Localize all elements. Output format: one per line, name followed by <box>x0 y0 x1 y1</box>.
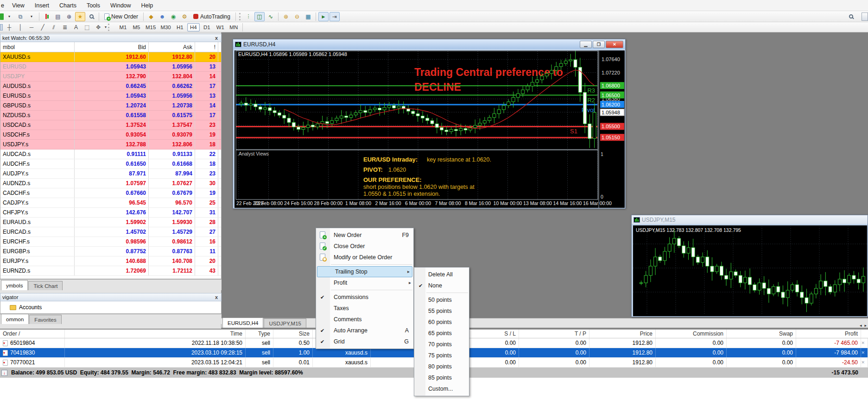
cursor-tool-icon[interactable] <box>0 24 3 31</box>
terminal-col-6[interactable]: T / P <box>519 330 589 338</box>
menu-item-insert[interactable]: Insert <box>30 0 54 11</box>
market-watch-row[interactable]: EURJPY.s140.688140.70820 <box>0 256 221 266</box>
navigator-toggle-icon[interactable]: ⊕ <box>64 12 74 21</box>
order-close-icon[interactable]: ✕ <box>861 358 868 367</box>
market-watch-icon[interactable] <box>42 12 52 21</box>
vertical-line-icon[interactable]: │ <box>15 23 25 32</box>
market-watch-row[interactable]: XAUUSD.s1912.601912.8020 <box>0 52 221 62</box>
strategy-tester-icon[interactable] <box>86 12 96 21</box>
terminal-col-10[interactable]: Profit <box>796 330 861 338</box>
market-watch-row[interactable]: USDCHF.s0.930540.9307919 <box>0 130 221 140</box>
market-watch-row[interactable]: EURGBP.s0.877520.8776311 <box>0 247 221 256</box>
market-watch-row[interactable]: AUDCAD.s0.911110.9113322 <box>0 150 221 159</box>
menu-item-75points[interactable]: 75 points <box>414 350 469 361</box>
market-watch-row[interactable]: CADCHF.s0.676600.6767919 <box>0 188 221 198</box>
menu-item-view[interactable]: View <box>7 0 30 11</box>
tab-ymbols[interactable]: ymbols <box>1 280 28 290</box>
timeframe-mn[interactable]: MN <box>228 23 240 31</box>
menu-item-e[interactable]: e <box>0 0 7 11</box>
menu-item-deleteall[interactable]: Delete All <box>414 269 469 280</box>
new-order-button[interactable]: +New Order <box>101 12 141 21</box>
market-watch-row[interactable]: CHFJPY.s142.676142.70731 <box>0 208 221 218</box>
market-watch-row[interactable]: USDJPY132.790132.80414 <box>0 72 221 81</box>
menu-item-window[interactable]: Window <box>105 0 136 11</box>
profiles-icon[interactable]: ⧉ <box>15 12 25 21</box>
metaeditor-icon[interactable]: ◆ <box>146 12 156 21</box>
expert-advisors-icon[interactable]: ⚙ <box>179 12 190 21</box>
usdjpy-chart-area[interactable]: USDJPY,M15 132.783 132.807 132.708 132.7… <box>633 225 867 316</box>
menu-item-60points[interactable]: 60 points <box>414 317 469 328</box>
bar-chart-type-icon[interactable]: ⫶ <box>243 12 253 21</box>
menu-item-70points[interactable]: 70 points <box>414 339 469 350</box>
signals-icon[interactable]: ◉ <box>168 12 178 21</box>
timeframe-m5[interactable]: M5 <box>130 23 143 31</box>
market-watch-close-icon[interactable]: x <box>214 35 219 41</box>
menu-item-none[interactable]: ✔None <box>414 280 469 291</box>
menu-item-trailingstop[interactable]: Trailing Stop▸ <box>317 266 412 277</box>
timeframe-m1[interactable]: M1 <box>117 23 129 31</box>
candlestick-type-icon[interactable]: ◫ <box>254 12 265 21</box>
terminal-col-2[interactable]: Type <box>246 330 273 338</box>
mql-community-icon[interactable]: ☻ <box>157 12 167 21</box>
tab-scroll-left-icon[interactable]: ◂ <box>858 323 863 328</box>
menu-item-grid[interactable]: ✔GridG <box>316 336 413 347</box>
timeframe-h4[interactable]: H4 <box>187 23 200 31</box>
crosshair-icon[interactable]: ┼ <box>4 23 14 32</box>
mw-col-0[interactable]: mbol <box>0 42 75 52</box>
market-watch-row[interactable]: CADJPY.s96.54596.57025 <box>0 198 221 208</box>
order-close-icon[interactable]: ✕ <box>861 338 868 348</box>
market-watch-row[interactable]: EURUSD1.059431.0595613 <box>0 62 221 72</box>
new-chart-dropdown-icon[interactable]: ▾ <box>4 12 14 21</box>
market-watch-row[interactable]: EURNZD.s1.720691.7211243 <box>0 266 221 276</box>
auto-scroll-icon[interactable]: ▶ <box>318 12 329 21</box>
market-watch-row[interactable]: USDCAD.s1.375241.3754723 <box>0 120 221 130</box>
shapes-icon[interactable]: ✥ <box>93 23 103 32</box>
menu-item-custom[interactable]: Custom... <box>414 383 469 394</box>
menu-item-autoarrange[interactable]: ✔Auto ArrangeA <box>316 325 413 336</box>
autotrading-button[interactable]: AutoTrading <box>190 12 233 21</box>
timeframe-h1[interactable]: H1 <box>174 23 186 31</box>
menu-item-80points[interactable]: 80 points <box>414 361 469 372</box>
mw-col-3[interactable]: ! <box>195 42 218 52</box>
market-watch-row[interactable]: AUDCHF.s0.616500.6166818 <box>0 159 221 169</box>
eurusd-titlebar[interactable]: EURUSD,H4 ▁ ❐ ✕ <box>233 39 625 49</box>
equidistant-channel-icon[interactable]: ⫽ <box>49 23 59 32</box>
terminal-col-7[interactable]: Price <box>589 330 656 338</box>
menu-item-tools[interactable]: Tools <box>82 0 105 11</box>
line-chart-type-icon[interactable]: ∿ <box>266 12 276 21</box>
timeframe-w1[interactable]: W1 <box>214 23 227 31</box>
terminal-col-8[interactable]: Commission <box>656 330 727 338</box>
chart-tab-eurusdh4[interactable]: EURUSD,H4 <box>222 318 263 328</box>
eurusd-chart-area[interactable]: Trading Central preference toDECLINER3R2… <box>234 50 625 208</box>
menu-item-65points[interactable]: 65 points <box>414 328 469 339</box>
market-watch-row[interactable]: EURCHF.s0.985960.9861216 <box>0 237 221 247</box>
market-watch-row[interactable]: AUDJPY.s87.97187.99423 <box>0 169 221 179</box>
market-watch-row[interactable]: AUDNZD.s1.075971.0762730 <box>0 179 221 188</box>
tab-favorites[interactable]: Favorites <box>29 315 61 324</box>
terminal-col-1[interactable]: Time <box>65 330 246 338</box>
market-watch-row[interactable]: NZDUSD.s0.615580.6157517 <box>0 111 221 120</box>
market-watch-row[interactable]: EURCAD.s1.457021.4572927 <box>0 227 221 237</box>
menu-item-closeorder[interactable]: ✓Close Order <box>316 241 413 252</box>
restore-button[interactable]: ❐ <box>593 41 605 48</box>
shapes-dropdown-icon[interactable]: ▾ <box>105 25 107 29</box>
order-close-icon[interactable]: ✕ <box>861 348 868 357</box>
market-watch-row[interactable]: GBPUSD.s1.207241.2073814 <box>0 101 221 111</box>
market-watch-row[interactable]: USDJPY.s132.788132.80618 <box>0 140 221 150</box>
mw-col-2[interactable]: Ask <box>149 42 195 52</box>
mw-col-1[interactable]: Bid <box>75 42 149 52</box>
menu-item-profit[interactable]: Profit▸ <box>316 277 413 288</box>
market-watch-row[interactable]: EURUSD.s1.059431.0595613 <box>0 91 221 101</box>
close-button[interactable]: ✕ <box>606 41 623 48</box>
tab-ommon[interactable]: ommon <box>1 314 29 324</box>
tab-scroll-right-icon[interactable]: ▸ <box>863 323 868 328</box>
timeframe-m30[interactable]: M30 <box>158 23 172 31</box>
menu-item-taxes[interactable]: Taxes <box>316 303 413 314</box>
menu-item-commissions[interactable]: ✔Commissions <box>316 292 413 303</box>
menu-item-55points[interactable]: 55 points <box>414 305 469 317</box>
timeframe-d1[interactable]: D1 <box>201 23 213 31</box>
tile-windows-icon[interactable]: ▦ <box>303 12 313 21</box>
menu-item-modifyordeleteorder[interactable]: ✱Modify or Delete Order <box>316 252 413 263</box>
timeframe-m15[interactable]: M15 <box>144 23 158 31</box>
menu-item-neworder[interactable]: +New OrderF9 <box>316 230 413 241</box>
